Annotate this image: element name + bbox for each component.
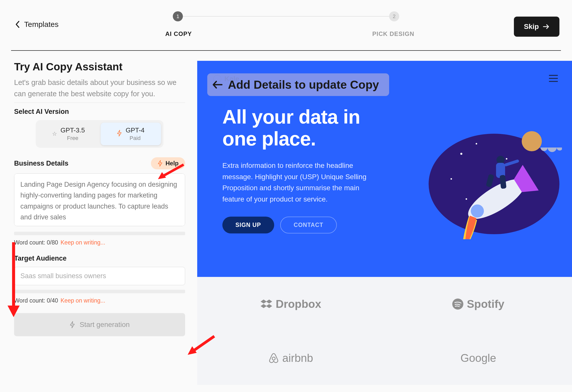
overlay-text: Add Details to update Copy <box>228 78 379 91</box>
gpt35-name: GPT-3.5 <box>61 126 85 135</box>
hero-title: All your data in one place. <box>222 106 376 150</box>
svg-point-1 <box>522 131 542 151</box>
target-audience-input[interactable] <box>14 267 185 285</box>
star-icon: ☆ <box>52 131 57 137</box>
hero-illustration <box>426 124 562 239</box>
brand-logos-strip: Dropbox Spotify airbnb Google <box>197 277 572 385</box>
svg-point-5 <box>451 178 452 180</box>
svg-point-2 <box>460 153 462 155</box>
gpt35-tier: Free <box>67 135 78 142</box>
airbnb-icon <box>269 353 279 364</box>
bolt-icon <box>69 321 75 328</box>
business-progress-bar <box>14 232 185 235</box>
business-wordcount-hint: Keep on writing... <box>61 239 105 246</box>
step-connector <box>183 16 389 17</box>
step-2-label: PICK DESIGN <box>372 30 414 37</box>
help-label: Help <box>166 160 179 167</box>
progress-stepper: 1 2 AI COPY PICK DESIGN <box>173 11 399 37</box>
business-details-label: Business Details <box>14 160 68 167</box>
brand-spotify: Spotify <box>452 298 504 310</box>
step-2-dot[interactable]: 2 <box>389 11 399 21</box>
skip-button[interactable]: Skip <box>514 17 559 37</box>
spotify-icon <box>452 299 463 310</box>
step-1-label: AI COPY <box>165 30 192 37</box>
hero-subtitle: Extra information to reinforce the headl… <box>222 160 376 205</box>
svg-point-0 <box>429 134 559 234</box>
templates-back-link[interactable]: Templates <box>15 20 59 29</box>
svg-point-16 <box>272 357 275 360</box>
brand-google: Google <box>461 352 496 364</box>
gpt4-name: GPT-4 <box>126 126 144 135</box>
form-subtitle: Let's grab basic details about your busi… <box>14 77 185 103</box>
generate-label: Start generation <box>79 321 130 329</box>
step-1-dot[interactable]: 1 <box>173 11 183 21</box>
bolt-icon <box>157 160 163 167</box>
start-generation-button[interactable]: Start generation <box>14 313 185 336</box>
audience-wordcount: Word count: 0/40 <box>14 297 58 304</box>
help-button[interactable]: Help <box>151 157 185 169</box>
brand-airbnb: airbnb <box>269 352 313 364</box>
gpt35-option[interactable]: ☆ GPT-3.5 Free <box>38 123 99 145</box>
templates-label: Templates <box>24 20 59 29</box>
arrow-right-icon <box>543 24 549 29</box>
target-audience-label: Target Audience <box>14 255 185 262</box>
signup-button[interactable]: SIGN UP <box>222 217 274 233</box>
form-title: Try AI Copy Assistant <box>14 61 185 73</box>
audience-wordcount-hint: Keep on writing... <box>61 297 105 304</box>
svg-point-7 <box>466 198 467 200</box>
business-wordcount: Word count: 0/80 <box>14 239 58 246</box>
chevron-left-icon <box>15 21 20 28</box>
svg-point-3 <box>476 143 477 144</box>
skip-label: Skip <box>524 23 539 31</box>
preview-overlay-banner[interactable]: Add Details to update Copy <box>207 73 389 96</box>
ai-version-toggle: ☆ GPT-3.5 Free GPT-4 Paid <box>36 120 164 148</box>
audience-progress-bar <box>14 290 185 293</box>
svg-point-10 <box>497 156 505 164</box>
svg-point-4 <box>506 158 507 160</box>
brand-dropbox: Dropbox <box>261 298 321 310</box>
arrow-left-icon <box>212 80 223 89</box>
sidebar-form: Try AI Copy Assistant Let's grab basic d… <box>14 61 185 385</box>
bolt-icon <box>117 130 122 138</box>
hamburger-menu-icon[interactable] <box>549 75 558 84</box>
business-details-input[interactable] <box>14 173 185 226</box>
gpt4-tier: Paid <box>130 135 141 142</box>
website-preview: Kale Add Details to update Copy All your… <box>197 61 572 385</box>
gpt4-option[interactable]: GPT-4 Paid <box>101 123 161 145</box>
select-version-label: Select AI Version <box>14 108 185 116</box>
dropbox-icon <box>261 299 272 309</box>
contact-button[interactable]: CONTACT <box>280 217 337 233</box>
